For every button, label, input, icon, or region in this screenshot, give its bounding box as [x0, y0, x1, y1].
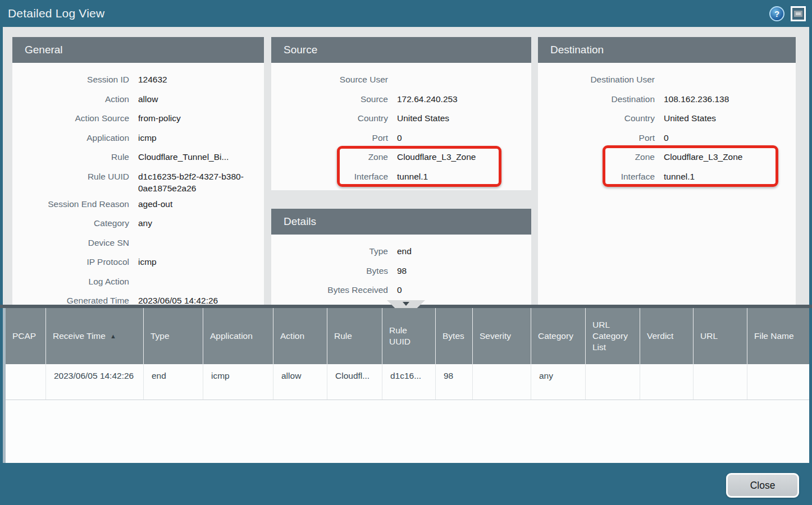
details-panel-title: Details: [271, 209, 531, 235]
field-label: IP Protocol: [12, 252, 129, 272]
field-row: Device SN: [12, 233, 258, 252]
column-header-label: Type: [150, 330, 170, 342]
sort-ascending-icon: ▲: [110, 330, 116, 342]
field-value: icmp: [138, 128, 258, 148]
column-header-receive-time[interactable]: Receive Time▲: [46, 308, 144, 364]
field-label: Country: [538, 108, 655, 128]
general-panel-title: General: [12, 37, 264, 63]
table-cell: d1c16...: [382, 364, 436, 400]
column-header-url-category-list[interactable]: URL Category List: [586, 308, 640, 364]
field-value: 124632: [138, 70, 258, 89]
chevron-down-icon: [403, 302, 409, 306]
log-table-header: PCAPReceive Time▲TypeApplicationActionRu…: [6, 308, 809, 364]
field-label: Generated Time: [12, 291, 129, 305]
general-panel-body: Session ID124632ActionallowAction Source…: [12, 63, 264, 305]
field-label: Log Action: [12, 272, 129, 291]
field-value: end: [397, 241, 526, 261]
field-label: Destination: [538, 89, 655, 109]
field-value: d1c16235-b2f2-4327-b380-0ae1875e2a26: [138, 167, 258, 194]
field-row: Port0: [538, 128, 790, 148]
column-header-label: Application: [210, 330, 253, 342]
field-row: Actionallow: [12, 89, 258, 109]
column-header-bytes[interactable]: Bytes: [436, 308, 473, 364]
field-label: Rule: [12, 147, 129, 167]
table-cell: end: [144, 364, 203, 400]
field-value: 2023/06/05 14:42:26: [138, 291, 258, 305]
table-cell: [586, 364, 640, 400]
field-row: Destination108.162.236.138: [538, 89, 790, 109]
column-header-label: Category: [538, 330, 573, 342]
field-label: Rule UUID: [12, 167, 129, 194]
column-header-label: Rule: [334, 330, 352, 342]
highlight-annotation-destination-zone-interface: [603, 145, 778, 187]
field-label: Port: [271, 128, 388, 148]
highlight-annotation-source-zone-interface: [337, 146, 501, 187]
close-button[interactable]: Close: [726, 473, 799, 498]
field-row: Generated Time2023/06/05 14:42:26: [12, 291, 258, 305]
field-row: Source172.64.240.253: [271, 89, 526, 109]
field-row: Categoryany: [12, 213, 258, 233]
field-label: Session ID: [12, 70, 129, 89]
column-header-label: Verdict: [647, 330, 673, 342]
table-cell: icmp: [203, 364, 273, 400]
field-value: 0: [664, 128, 790, 148]
log-table-row[interactable]: 2023/06/05 14:42:26endicmpallowCloudfl..…: [6, 364, 809, 400]
field-value: allow: [138, 89, 258, 109]
field-label: Category: [12, 213, 129, 233]
column-header-label: URL: [700, 330, 718, 342]
field-label: Bytes Received: [271, 280, 388, 300]
column-header-file-name[interactable]: File Name: [747, 308, 809, 364]
column-header-category[interactable]: Category: [531, 308, 586, 364]
details-panel-body: TypeendBytes98Bytes Received0: [271, 235, 531, 305]
table-cell: [694, 364, 747, 400]
table-cell: [6, 364, 46, 400]
field-label: Session End Reason: [12, 194, 129, 214]
column-header-label: PCAP: [12, 330, 36, 342]
field-value: 0: [397, 128, 526, 148]
table-cell: allow: [273, 364, 327, 400]
field-row: Rule UUIDd1c16235-b2f2-4327-b380-0ae1875…: [12, 167, 258, 194]
field-value: 172.64.240.253: [397, 89, 526, 109]
column-header-url[interactable]: URL: [694, 308, 747, 364]
table-cell: [747, 364, 809, 400]
splitter-collapse-handle[interactable]: [387, 300, 425, 308]
detailed-log-view-dialog: Detailed Log View ? General Session ID12…: [0, 0, 812, 505]
column-header-type[interactable]: Type: [144, 308, 203, 364]
column-header-rule-uuid[interactable]: Rule UUID: [382, 308, 436, 364]
dialog-title: Detailed Log View: [8, 7, 769, 20]
field-row: Session End Reasonaged-out: [12, 194, 258, 214]
field-row: Session ID124632: [12, 70, 258, 89]
field-value: [138, 233, 258, 252]
column-header-label: URL Category List: [592, 319, 635, 353]
field-value: Cloudflare_Tunnel_Bi...: [138, 147, 258, 167]
column-header-application[interactable]: Application: [203, 308, 273, 364]
dialog-footer: Close: [0, 463, 812, 505]
field-row: Source User: [271, 70, 526, 89]
column-header-verdict[interactable]: Verdict: [640, 308, 694, 364]
field-value: United States: [664, 108, 790, 128]
column-header-rule[interactable]: Rule: [327, 308, 382, 364]
log-table-body: 2023/06/05 14:42:26endicmpallowCloudfl..…: [6, 364, 809, 400]
field-value: 98: [397, 261, 526, 281]
field-label: Action: [12, 89, 129, 109]
field-row: Destination User: [538, 70, 790, 89]
table-cell: any: [531, 364, 586, 400]
help-icon[interactable]: ?: [769, 6, 784, 21]
details-panel: Details TypeendBytes98Bytes Received0: [271, 209, 531, 305]
maximize-window-icon[interactable]: [791, 6, 806, 21]
field-value: from-policy: [138, 108, 258, 128]
field-label: Destination User: [538, 70, 655, 89]
field-row: Port0: [271, 128, 526, 148]
column-header-severity[interactable]: Severity: [473, 308, 531, 364]
log-detail-panels-area: General Session ID124632ActionallowActio…: [3, 27, 809, 305]
column-header-action[interactable]: Action: [273, 308, 327, 364]
field-label: Source User: [271, 70, 388, 89]
field-label: Bytes: [271, 261, 388, 281]
field-row: Bytes98: [271, 261, 526, 281]
column-header-pcap[interactable]: PCAP: [6, 308, 46, 364]
field-value: icmp: [138, 252, 258, 272]
field-row: CountryUnited States: [271, 108, 526, 128]
field-value: 108.162.236.138: [664, 89, 790, 109]
field-label: Type: [271, 241, 388, 261]
log-table-section: PCAPReceive Time▲TypeApplicationActionRu…: [3, 308, 809, 463]
